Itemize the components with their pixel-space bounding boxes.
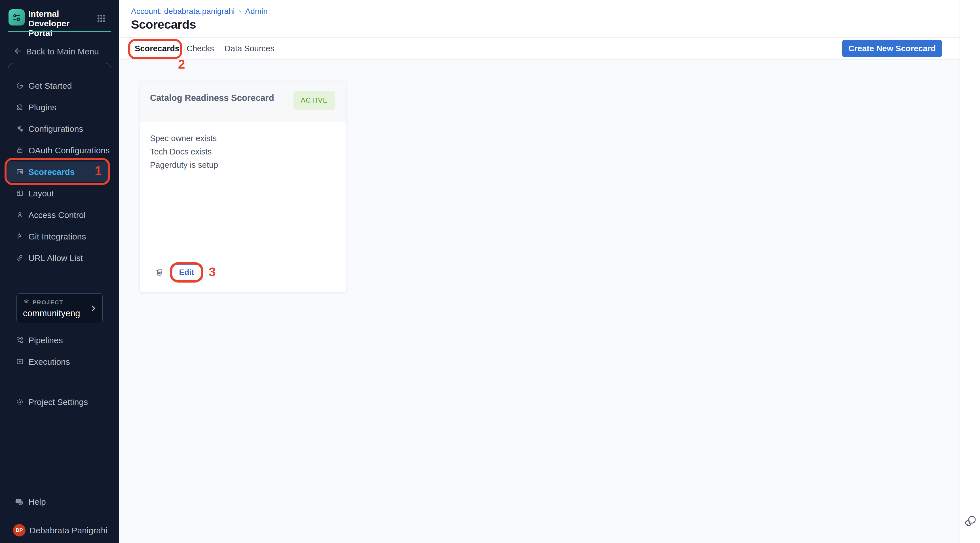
configurations-icon (16, 125, 24, 133)
sidebar-item-label: Pipelines (29, 335, 63, 345)
get-started-icon (16, 82, 24, 90)
breadcrumb-admin-link[interactable]: Admin (245, 7, 268, 16)
sidebar-item-configurations[interactable]: Configurations (0, 118, 119, 140)
back-to-main-menu[interactable]: Back to Main Menu (0, 43, 119, 59)
content-area: Catalog Readiness Scorecard ACTIVE Spec … (119, 60, 959, 543)
arrow-left-icon (14, 47, 22, 55)
sidebar-item-get-started[interactable]: Get Started (0, 75, 119, 96)
app-title: Internal Developer Portal (29, 9, 94, 38)
sidebar: Internal Developer Portal Back to Main M… (0, 0, 119, 543)
create-new-scorecard-button[interactable]: Create New Scorecard (842, 40, 942, 57)
sidebar-item-label: Executions (29, 357, 70, 367)
annotation-number-3: 3 (209, 265, 215, 279)
sidebar-item-label: Project Settings (29, 397, 88, 407)
plugins-icon (16, 103, 24, 111)
tab-data-sources[interactable]: Data Sources (224, 44, 275, 53)
lock-icon (16, 146, 24, 154)
scorecard-title: Catalog Readiness Scorecard (150, 93, 274, 103)
check-item: Pagerduty is setup (150, 159, 218, 172)
gear-icon (16, 398, 24, 406)
idp-logo-glyph (11, 12, 22, 23)
help-label: Help (29, 497, 46, 507)
git-branch-icon (16, 232, 24, 240)
tab-checks[interactable]: Checks (186, 44, 214, 53)
sidebar-item-git-integrations[interactable]: Git Integrations (0, 225, 119, 247)
sidebar-item-label: Get Started (29, 81, 72, 90)
sidebar-item-label: Configurations (29, 124, 83, 134)
sidebar-item-plugins[interactable]: Plugins (0, 96, 119, 118)
link-icon (16, 254, 24, 262)
breadcrumb-separator-icon: › (239, 7, 241, 16)
app-grid-icon[interactable] (96, 14, 106, 23)
chevron-right-icon (89, 304, 97, 312)
sidebar-item-label: URL Allow List (29, 253, 83, 263)
check-item: Tech Docs exists (150, 145, 218, 159)
delete-scorecard-button[interactable] (154, 267, 164, 278)
sidebar-item-help[interactable]: ? Help (0, 491, 119, 513)
nav-panel-top-edge (8, 63, 111, 73)
project-kicker: PROJECT (33, 299, 63, 306)
edit-scorecard-button[interactable]: Edit (171, 264, 202, 281)
sidebar-item-label: Access Control (29, 210, 86, 220)
sidebar-item-label: Layout (29, 189, 54, 198)
layers-icon (23, 298, 30, 305)
sidebar-item-project-settings[interactable]: Project Settings (0, 391, 119, 413)
sidebar-item-url-allow-list[interactable]: URL Allow List (0, 247, 119, 269)
support-chat-icon[interactable] (964, 513, 977, 527)
scorecard-checks-list: Spec owner exists Tech Docs exists Pager… (150, 132, 218, 172)
sidebar-item-label: Git Integrations (29, 232, 86, 241)
sidebar-item-scorecards[interactable]: Scorecards (0, 161, 119, 183)
trash-icon (154, 267, 164, 278)
page-title: Scorecards (131, 17, 196, 32)
user-name: Debabrata Panigrahi (30, 526, 107, 535)
sidebar-item-layout[interactable]: Layout (0, 183, 119, 204)
active-tab-underline (132, 58, 177, 59)
idp-logo (8, 10, 25, 25)
page-header (119, 0, 980, 38)
svg-text:?: ? (17, 499, 19, 503)
sidebar-item-access-control[interactable]: Access Control (0, 204, 119, 225)
sidebar-item-executions[interactable]: Executions (0, 351, 119, 372)
app-root: Internal Developer Portal Back to Main M… (0, 0, 980, 543)
sidebar-item-label: OAuth Configurations (29, 146, 110, 155)
help-chat-icon: ? (14, 497, 24, 507)
breadcrumb: Account: debabrata.panigrahi › Admin (131, 7, 268, 16)
person-icon (16, 211, 24, 219)
sidebar-divider (8, 382, 111, 382)
project-name: communityeng (23, 308, 80, 319)
avatar: DP (13, 524, 25, 537)
sidebar-item-pipelines[interactable]: Pipelines (0, 329, 119, 351)
breadcrumb-account-link[interactable]: Account: debabrata.panigrahi (131, 7, 235, 16)
executions-icon (16, 358, 24, 365)
status-badge: ACTIVE (293, 91, 335, 110)
sidebar-item-label: Scorecards (29, 167, 75, 177)
sidebar-item-oauth-configurations[interactable]: OAuth Configurations (0, 140, 119, 161)
tab-bar: Scorecards Checks Data Sources Create Ne… (119, 38, 980, 60)
project-selector[interactable]: PROJECT communityeng (16, 293, 103, 323)
scorecard-card: Catalog Readiness Scorecard ACTIVE Spec … (140, 81, 346, 292)
right-side-strip (959, 0, 980, 543)
user-menu[interactable]: DP Debabrata Panigrahi (0, 520, 119, 540)
back-label: Back to Main Menu (26, 47, 99, 56)
scorecard-card-header: Catalog Readiness Scorecard ACTIVE (140, 81, 346, 122)
check-item: Spec owner exists (150, 132, 218, 145)
layout-icon (16, 189, 24, 197)
sidebar-item-label: Plugins (29, 103, 56, 112)
tab-scorecards[interactable]: Scorecards (135, 44, 180, 53)
pipelines-icon (16, 336, 24, 344)
sidebar-accent-rule (8, 31, 111, 32)
scorecards-icon (16, 168, 24, 176)
